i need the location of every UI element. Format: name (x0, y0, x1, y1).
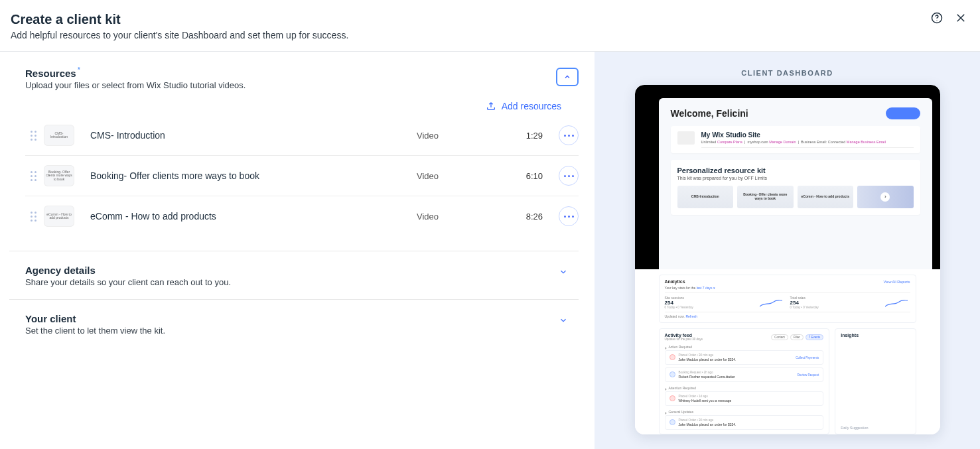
feed-action: Review Request (797, 373, 819, 377)
resource-row: CMS- Introduction CMS- Introduction Vide… (25, 115, 579, 156)
svg-point-1 (936, 20, 937, 21)
drag-handle-icon[interactable] (25, 212, 41, 222)
drag-handle-icon[interactable] (25, 171, 41, 181)
resource-actions-button[interactable] (559, 125, 579, 145)
resource-type: Video (417, 131, 490, 141)
form-column: Resources * Upload your files or select … (0, 52, 595, 449)
sparkline-icon (760, 300, 782, 308)
help-icon (931, 12, 943, 24)
site-card: My Wix Studio Site Unlimited Compare Pla… (671, 126, 920, 153)
resource-title: Booking- Offer clients more ways to book (90, 170, 417, 181)
resource-duration: 1:29 (490, 131, 543, 141)
analytics-title: Analytics (665, 279, 685, 284)
resource-thumbnail: CMS- Introduction (44, 125, 74, 146)
analytics-card: Analytics View All Reports Your key stat… (659, 275, 916, 323)
alert-icon (669, 354, 675, 360)
insights-card: Insights Daily Suggestion (835, 328, 916, 434)
preview-header: CLIENT DASHBOARD (595, 52, 980, 85)
drag-handle-icon[interactable] (25, 131, 41, 141)
feed-item: Placed Order • 1d agoWhitney Hodell sent… (665, 391, 824, 406)
resource-row: Booking- Offer clients more ways to book… (25, 156, 579, 196)
info-icon (669, 419, 675, 425)
section-agency: Agency details Share your details so you… (9, 251, 579, 299)
more-icon (564, 135, 574, 137)
analytics-updated: Updated now. Refresh (665, 314, 910, 318)
client-subtitle: Set the client to let them view the kit. (25, 326, 165, 336)
alert-icon (669, 395, 675, 401)
resource-actions-button[interactable] (559, 206, 579, 226)
kit-card: Personalized resource kit This kit was p… (671, 160, 920, 215)
upload-icon (486, 101, 496, 111)
resource-row: eComm - How to add products eComm - How … (25, 196, 579, 236)
close-button[interactable] (955, 12, 967, 24)
kit-resource-tile: Booking- Offer clients more ways to book (737, 186, 794, 208)
kit-title: Personalized resource kit (677, 166, 914, 174)
feed-action: Collect Payments (796, 356, 819, 359)
resource-title: CMS- Introduction (90, 130, 417, 141)
header-text: Create a client kit Add helpful resource… (11, 12, 348, 40)
feed-group: General Updates (665, 410, 824, 414)
expand-agency-button[interactable] (556, 265, 571, 281)
resource-type: Video (417, 212, 490, 222)
collapse-resources-button[interactable] (556, 68, 579, 86)
chip: 7 Events (805, 334, 824, 340)
help-button[interactable] (931, 12, 943, 24)
client-title: Your client (25, 313, 165, 324)
chevron-down-icon (559, 316, 568, 325)
resource-duration: 6:10 (490, 171, 543, 181)
feed-group: Attention Required (665, 386, 824, 390)
site-meta: Unlimited Compare Plans | myshop.com Man… (701, 140, 914, 148)
chevron-down-icon (559, 267, 568, 277)
more-icon (564, 175, 574, 177)
feed-subtitle: Updates for the past 30 days (665, 338, 703, 341)
close-icon (955, 12, 967, 24)
feed-item: Booking Request • 2h agoRobert Fischer r… (665, 367, 824, 382)
resource-title: eComm - How to add products (90, 211, 417, 222)
resource-thumbnail: Booking- Offer clients more ways to book (44, 165, 74, 186)
site-thumb (677, 131, 695, 145)
sparkline-icon (885, 300, 908, 308)
feed-chips: Contact Filter 7 Events (771, 334, 823, 340)
kit-more-tile: › (857, 186, 914, 208)
expand-client-button[interactable] (556, 313, 571, 330)
agency-subtitle: Share your details so your client can re… (25, 277, 231, 287)
daily-suggestion: Daily Suggestion (841, 426, 910, 430)
chip: Filter (790, 334, 804, 340)
activity-feed-card: Activity feed Updates for the past 30 da… (659, 328, 830, 434)
resource-actions-button[interactable] (559, 166, 579, 186)
agency-title: Agency details (25, 265, 231, 276)
header-actions (931, 12, 967, 24)
analytics-period: Your key stats for the last 7 days ▾ (665, 286, 910, 290)
calendar-icon (669, 371, 675, 377)
arrow-right-icon: › (880, 192, 890, 202)
metric-tile: Site sessions 254 0 Today • 0 Yesterday (665, 296, 785, 309)
page-subtitle: Add helpful resources to your client's s… (11, 30, 348, 40)
feed-group: Action Required (665, 345, 824, 349)
metric-tile: Total sales 254 0 Today • 0 Yesterday (790, 296, 910, 309)
analytics-view-all: View All Reports (884, 280, 910, 284)
resources-list: CMS- Introduction CMS- Introduction Vide… (25, 115, 579, 236)
insights-title: Insights (841, 333, 910, 338)
resources-subtitle: Upload your files or select from Wix Stu… (25, 80, 245, 90)
preview-panel: CLIENT DASHBOARD Welcome, Felicini My Wi… (595, 52, 980, 449)
feed-item: Placed Order • 30 min agoJake Maddox pla… (665, 415, 824, 430)
more-icon (564, 216, 574, 218)
resources-title: Resources (25, 68, 76, 79)
modal-header: Create a client kit Add helpful resource… (0, 0, 980, 52)
site-name: My Wix Studio Site (701, 131, 914, 139)
resource-thumbnail: eComm - How to add products (44, 206, 74, 227)
section-resources: Resources * Upload your files or select … (25, 68, 579, 236)
section-client: Your client Set the client to let them v… (9, 299, 579, 348)
feed-item: Placed Order • 30 min agoJake Maddox pla… (665, 350, 824, 365)
chevron-up-icon (563, 73, 571, 81)
add-resources-label: Add resources (502, 101, 561, 111)
add-resources-button[interactable]: Add resources (486, 101, 561, 111)
resource-type: Video (417, 171, 490, 181)
kit-subtitle: This kit was prepared for you by OFF Lim… (677, 176, 914, 180)
kit-resource-tile: CMS-Introduction (677, 186, 734, 208)
required-indicator-icon: * (78, 66, 80, 74)
device-preview: Welcome, Felicini My Wix Studio Site Unl… (635, 85, 940, 434)
page-title: Create a client kit (11, 12, 348, 27)
feed-title: Activity feed (665, 333, 703, 338)
chip: Contact (771, 334, 788, 340)
